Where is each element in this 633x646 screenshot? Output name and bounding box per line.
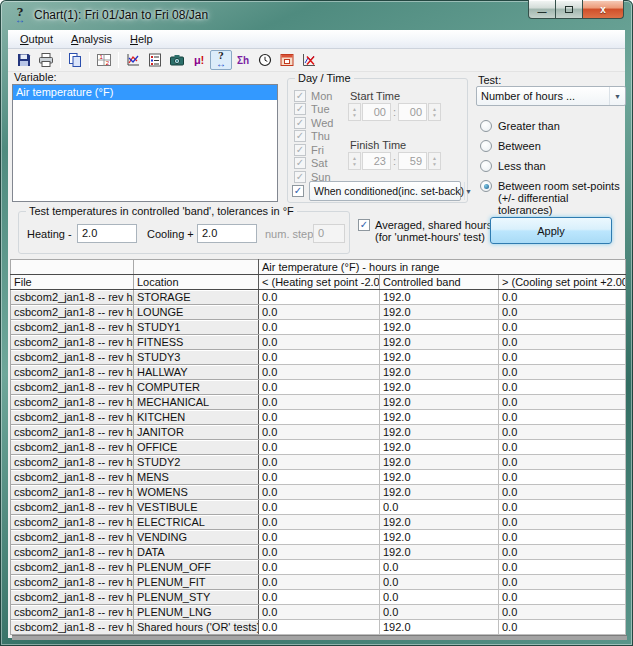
table-row[interactable]: csbcom2_jan1-8 -- rev hp6DATA0.0192.00.0 [11,545,626,560]
file-cell: csbcom2_jan1-8 -- rev hp6 [11,320,134,335]
file-cell: csbcom2_jan1-8 -- rev hp6 [11,440,134,455]
range-test-icon[interactable]: ?↔ [210,50,232,70]
variable-list-item[interactable]: Air temperature (°F) [13,85,277,100]
finish-hour-spinner: ▲▼ [348,152,361,170]
chart-icon[interactable] [122,50,144,70]
radio-row-0: Greater than [480,120,625,132]
table-row[interactable]: csbcom2_jan1-8 -- rev hp6LOUNGE0.0192.00… [11,305,626,320]
below-band-cell: 0.0 [259,455,380,470]
table-numbers-icon[interactable]: 12 [93,50,115,70]
table-row[interactable]: csbcom2_jan1-8 -- rev hp6STORAGE0.0192.0… [11,290,626,305]
conditioned-checkbox[interactable]: ✓ [292,185,304,197]
report-list-icon[interactable] [144,50,166,70]
table-row[interactable]: csbcom2_jan1-8 -- rev hp6JANITOR0.0192.0… [11,425,626,440]
table-row[interactable]: csbcom2_jan1-8 -- rev hp6COMPUTER0.0192.… [11,380,626,395]
above-band-cell: 0.0 [499,335,626,350]
table-row[interactable]: csbcom2_jan1-8 -- rev hp6Shared hours ('… [11,620,626,635]
table-row[interactable]: csbcom2_jan1-8 -- rev hp6STUDY20.0192.00… [11,455,626,470]
mon-label: Mon [311,90,332,102]
table-row[interactable]: csbcom2_jan1-8 -- rev hp6OFFICE0.0192.00… [11,440,626,455]
below-band-cell: 0.0 [259,530,380,545]
window-icon[interactable] [276,50,298,70]
copy-icon[interactable] [64,50,86,70]
controlled-band-cell: 192.0 [380,380,499,395]
titlebar: ?↔ Chart(1): Fri 01/Jan to Fri 08/Jan — … [0,0,633,30]
table-row[interactable]: csbcom2_jan1-8 -- rev hp6KITCHEN0.0192.0… [11,410,626,425]
table-row[interactable]: csbcom2_jan1-8 -- rev hp6STUDY30.0192.00… [11,350,626,365]
table-row[interactable]: csbcom2_jan1-8 -- rev hp6PLENUM_FIT0.00.… [11,575,626,590]
menu-analysis[interactable]: Analysis [62,31,121,48]
controlled-band-column-header[interactable]: Controlled band [380,275,499,290]
location-cell: PLENUM_OFF [134,560,259,575]
table-row[interactable]: csbcom2_jan1-8 -- rev hp6ELECTRICAL0.019… [11,515,626,530]
mu-test-icon[interactable]: μ! [188,50,210,70]
table-row[interactable]: csbcom2_jan1-8 -- rev hp6PLENUM_STY0.00.… [11,590,626,605]
thu-label: Thu [311,130,330,142]
day-time-group-title: Day / Time [295,72,354,84]
results-table-wrap: Air temperature (°F) - hours in range Fi… [10,259,626,635]
averaged-label-line1: Averaged, shared hours [375,219,492,231]
file-cell: csbcom2_jan1-8 -- rev hp6 [11,575,134,590]
above-band-cell: 0.0 [499,575,626,590]
maximize-button[interactable] [555,0,583,19]
sum-hours-icon[interactable]: Σh [232,50,254,70]
location-cell: PLENUM_FIT [134,575,259,590]
table-row[interactable]: csbcom2_jan1-8 -- rev hp6PLENUM_OFF0.00.… [11,560,626,575]
table-row[interactable]: csbcom2_jan1-8 -- rev hp6STUDY10.0192.00… [11,320,626,335]
table-row[interactable]: csbcom2_jan1-8 -- rev hp6FITNESS0.0192.0… [11,335,626,350]
menu-output[interactable]: Output [11,31,62,48]
chart-cross-icon[interactable] [298,50,320,70]
averaged-checkbox[interactable]: ✓ [358,219,370,231]
below-band-column-header[interactable]: < (Heating set point -2.00) [259,275,380,290]
minimize-button[interactable]: — [528,0,556,19]
radio-less-than[interactable] [480,160,492,172]
conditioned-dropdown[interactable]: When conditioned(inc. set-back) ▼ [309,181,461,201]
radio-between[interactable] [480,140,492,152]
controlled-band-cell: 0.0 [380,590,499,605]
file-cell: csbcom2_jan1-8 -- rev hp6 [11,485,134,500]
save-icon[interactable] [13,50,35,70]
close-button[interactable]: x [582,0,624,19]
print-icon[interactable] [35,50,57,70]
radio-row-2: Less than [480,160,625,172]
radio-row-1: Between [480,140,625,152]
table-row[interactable]: csbcom2_jan1-8 -- rev hp6MECHANICAL0.019… [11,395,626,410]
menu-help[interactable]: Help [121,31,162,48]
above-band-column-header[interactable]: > (Cooling set point +2.00) [499,275,626,290]
table-row[interactable]: csbcom2_jan1-8 -- rev hp6HALLWAY0.0192.0… [11,365,626,380]
table-row[interactable]: csbcom2_jan1-8 -- rev hp6WOMENS0.0192.00… [11,485,626,500]
controlled-band-cell: 192.0 [380,470,499,485]
above-band-cell: 0.0 [499,305,626,320]
radio-label: Between room set-points(+/- differential… [498,180,625,216]
finish-minute-spinner: ▲▼ [428,152,441,170]
variable-listbox[interactable]: Air temperature (°F) [12,84,278,202]
camera-icon[interactable] [166,50,188,70]
location-cell: PLENUM_LNG [134,605,259,620]
table-row[interactable]: csbcom2_jan1-8 -- rev hp6VENDING0.0192.0… [11,530,626,545]
file-cell: csbcom2_jan1-8 -- rev hp6 [11,455,134,470]
controlled-band-cell: 0.0 [380,605,499,620]
sun-checkbox: ✓ [294,171,306,183]
radio-between-room-set-points[interactable] [480,180,492,192]
toolbar-separator [60,52,61,68]
file-column-header[interactable]: File [11,275,134,290]
radio-row-3: Between room set-points(+/- differential… [480,180,625,216]
location-cell: HALLWAY [134,365,259,380]
table-row[interactable]: csbcom2_jan1-8 -- rev hp6VESTIBULE0.00.0… [11,500,626,515]
results-table: Air temperature (°F) - hours in range Fi… [10,259,626,635]
clock-icon[interactable] [254,50,276,70]
below-band-cell: 0.0 [259,545,380,560]
table-row[interactable]: csbcom2_jan1-8 -- rev hp6MENS0.0192.00.0 [11,470,626,485]
test-type-dropdown[interactable]: Number of hours ... ▼ [476,86,626,106]
file-cell: csbcom2_jan1-8 -- rev hp6 [11,305,134,320]
mon-checkbox: ✓ [294,90,306,102]
menubar: Output Analysis Help [8,30,625,49]
table-row[interactable]: csbcom2_jan1-8 -- rev hp6PLENUM_LNG0.00.… [11,605,626,620]
location-column-header[interactable]: Location [134,275,259,290]
file-cell: csbcom2_jan1-8 -- rev hp6 [11,470,134,485]
heating-input[interactable]: 2.0 [77,224,137,243]
cooling-input[interactable]: 2.0 [197,224,257,243]
apply-button[interactable]: Apply [490,217,612,244]
location-cell: WOMENS [134,485,259,500]
radio-greater-than[interactable] [480,120,492,132]
